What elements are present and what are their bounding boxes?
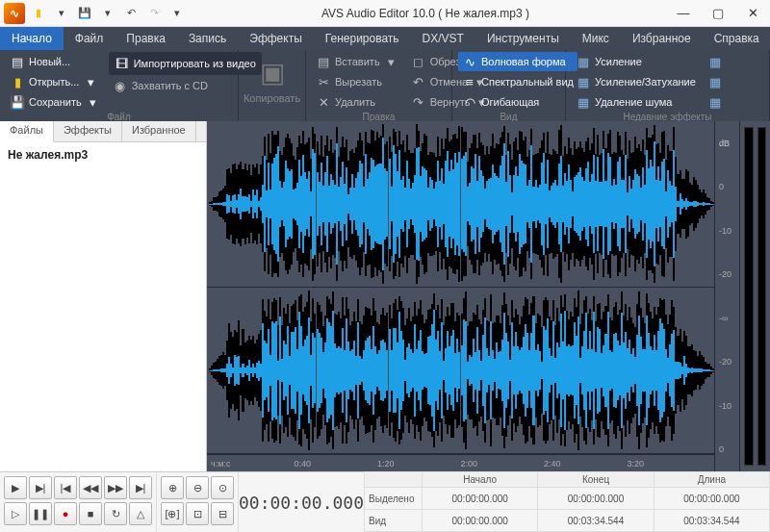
meter-right	[757, 127, 767, 466]
pause-button[interactable]: ❚❚	[29, 502, 52, 525]
transport-bar: ▶ ▶| |◀ ◀◀ ▶▶ ▶| ▷ ❚❚ ● ■ ↻ △ ⊕ ⊖ ⊙ [⊕] …	[0, 471, 770, 532]
waveform-channel-left[interactable]	[207, 121, 714, 288]
effect-amplify-button[interactable]: ▦Усиление	[572, 52, 700, 71]
menu-record[interactable]: Запись	[177, 27, 238, 50]
maximize-button[interactable]: ▢	[701, 0, 735, 27]
rewind-button[interactable]: ◀◀	[79, 476, 102, 499]
save-label: Сохранить	[29, 96, 82, 108]
zoom-100-button[interactable]: ⊙	[211, 476, 234, 499]
qat-save-dropdown-icon[interactable]: ▾	[100, 6, 116, 21]
undo-icon: ↶	[411, 74, 426, 89]
zoom-out-button[interactable]: ⊖	[186, 476, 209, 499]
file-list-item[interactable]: Не жалея.mp3	[8, 148, 198, 162]
selection-info: Начало Конец Длина Выделено 00:00:00.000…	[365, 472, 770, 532]
ribbon: ▤Новый... ▮Открыть...▾ 💾Сохранить▾ 🎞Импо…	[0, 50, 770, 121]
sel-start[interactable]: 00:00:00.000	[422, 487, 538, 510]
view-start[interactable]: 00:00:00.000	[422, 509, 538, 532]
view-spectral-button[interactable]: ≡Спектральный вид	[458, 72, 578, 91]
effect-extra1-button[interactable]: ▦	[704, 52, 727, 71]
waveform-channel-right[interactable]	[207, 288, 714, 454]
save-icon: 💾	[10, 94, 25, 110]
menu-help[interactable]: Справка	[703, 27, 770, 50]
menu-effects[interactable]: Эффекты	[238, 27, 314, 50]
spectral-icon: ≡	[462, 74, 477, 89]
zoom-v-button[interactable]: ⊟	[211, 502, 234, 525]
view-envelope-button[interactable]: ◠Огибающая	[458, 92, 578, 112]
menubar: Начало Файл Правка Запись Эффекты Генери…	[0, 27, 770, 50]
timeline[interactable]: ч:м:с 0:40 1:20 2:00 2:40 3:20	[207, 454, 714, 471]
qat-redo-icon[interactable]: ↷	[146, 6, 162, 21]
qat-open-icon[interactable]: ▮	[31, 6, 46, 21]
qat-customize-icon[interactable]: ▾	[169, 6, 185, 21]
tab-effects[interactable]: Эффекты	[54, 121, 122, 141]
effect-icon: ▦	[707, 54, 723, 69]
record-button[interactable]: ●	[54, 502, 77, 525]
save-button[interactable]: 💾Сохранить▾	[6, 92, 105, 112]
tab-favorites[interactable]: Избранное	[122, 121, 196, 141]
paste-button[interactable]: ▤Вставить▾	[312, 52, 403, 71]
menu-dxvst[interactable]: DX/VST	[411, 27, 475, 50]
menu-edit[interactable]: Правка	[115, 27, 177, 50]
cut-icon: ✂	[316, 74, 331, 89]
level-meters	[739, 121, 770, 471]
timeline-unit: ч:м:с	[211, 459, 295, 469]
redo-icon: ↷	[411, 94, 426, 110]
titlebar: ∿ ▮ ▾ 💾 ▾ ↶ ↷ ▾ AVS Audio Editor 10.0 ( …	[0, 0, 770, 27]
open-label: Открыть...	[29, 76, 79, 88]
effect-fade-button[interactable]: ▦Усиление/Затухание	[572, 72, 700, 91]
forward-button[interactable]: ▶▶	[104, 476, 127, 499]
minimize-button[interactable]: —	[666, 0, 701, 27]
menu-tools[interactable]: Инструменты	[475, 27, 571, 50]
delete-button[interactable]: ✕Удалить	[312, 92, 403, 112]
play-sel-button[interactable]: ▷	[4, 502, 27, 525]
qat-undo-icon[interactable]: ↶	[123, 6, 139, 21]
file-list[interactable]: Не жалея.mp3	[0, 142, 206, 471]
skip-end-button[interactable]: ▶|	[129, 476, 152, 499]
cd-icon: ◉	[113, 78, 128, 93]
import-cd-label: Захватить с CD	[132, 80, 208, 91]
noise-icon: ▦	[576, 94, 591, 110]
new-button[interactable]: ▤Новый...	[6, 52, 105, 71]
effect-icon: ▦	[707, 94, 723, 110]
sel-len[interactable]: 00:00:00.000	[654, 487, 770, 510]
menu-favorites[interactable]: Избранное	[621, 27, 703, 50]
menu-generate[interactable]: Генерировать	[314, 27, 411, 50]
paste-icon: ▤	[316, 54, 331, 69]
view-len[interactable]: 00:03:34.544	[654, 509, 770, 532]
menu-mix[interactable]: Микс	[571, 27, 621, 50]
open-button[interactable]: ▮Открыть...▾	[6, 72, 105, 91]
tab-files[interactable]: Файлы	[0, 121, 54, 142]
metronome-button[interactable]: △	[129, 502, 152, 525]
delete-icon: ✕	[316, 94, 331, 110]
loop-button[interactable]: ↻	[104, 502, 127, 525]
effect-noise-button[interactable]: ▦Удаление шума	[572, 92, 700, 112]
zoom-sel-button[interactable]: [⊕]	[161, 502, 184, 525]
sel-end[interactable]: 00:00:00.000	[537, 487, 654, 510]
chevron-down-icon: ▾	[86, 94, 101, 110]
close-button[interactable]: ✕	[735, 0, 770, 27]
qat-dropdown-icon[interactable]: ▾	[54, 6, 69, 21]
waveform-icon: ∿	[462, 54, 477, 69]
menu-file[interactable]: Файл	[64, 27, 116, 50]
editor: ч:м:с 0:40 1:20 2:00 2:40 3:20 dB 0 -10 …	[207, 121, 770, 471]
copy-icon: ▣	[260, 57, 285, 89]
view-waveform-button[interactable]: ∿Волновая форма	[458, 52, 578, 71]
cut-button[interactable]: ✂Вырезать	[312, 72, 403, 91]
chevron-down-icon: ▾	[83, 74, 98, 89]
play-loop-button[interactable]: ▶|	[29, 476, 52, 499]
db-scale: dB 0 -10 -20 -∞ -20 -10 0	[714, 121, 739, 471]
zoom-in-button[interactable]: ⊕	[161, 476, 184, 499]
qat-save-icon[interactable]: 💾	[77, 6, 92, 21]
skip-start-button[interactable]: |◀	[54, 476, 77, 499]
effect-extra3-button[interactable]: ▦	[704, 92, 727, 112]
stop-button[interactable]: ■	[79, 502, 102, 525]
menu-home[interactable]: Начало	[0, 27, 64, 50]
view-end[interactable]: 00:03:34.544	[537, 509, 654, 532]
amplify-icon: ▦	[576, 54, 591, 69]
import-video-label: Импортировать из видео	[134, 58, 256, 69]
play-button[interactable]: ▶	[4, 476, 27, 499]
effect-extra2-button[interactable]: ▦	[704, 72, 727, 91]
new-label: Новый...	[29, 56, 70, 67]
app-icon: ∿	[4, 3, 25, 24]
zoom-fit-button[interactable]: ⊡	[186, 502, 209, 525]
